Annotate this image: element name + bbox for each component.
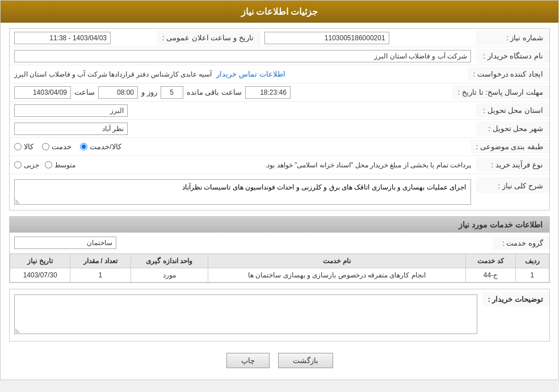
province-row: استان محل تحویل : (10, 102, 549, 120)
table-header-row: ردیف کد خدمت نام خدمت واحد اندازه گیری ت… (10, 254, 549, 268)
main-info-section: شماره نیاز : تاریخ و ساعت اعلان عمومی : … (9, 28, 550, 210)
buyer-notes-row: توضیحات خریدار : (10, 289, 549, 341)
col-service-code: کد خدمت (466, 254, 515, 268)
process-label: نوع فرآیند خرید : (476, 158, 549, 172)
process-note: پرداخت تمام یا بخشی از مبلغ خریدار محل "… (81, 161, 471, 169)
category-khidmat[interactable]: خدمت (42, 142, 72, 151)
service-group-label: گروه خدمت : (493, 237, 549, 250)
services-table: ردیف کد خدمت نام خدمت واحد اندازه گیری ت… (10, 254, 549, 283)
services-title: اطلاعات خدمات مورد نیاز (10, 217, 549, 233)
creator-link[interactable]: اطلاعات تماس خریدار (216, 70, 285, 78)
deadline-date-input[interactable] (14, 86, 71, 99)
creator-name: آسیه عابدی کارشناس دفتر قراردادها شرکت آ… (14, 70, 212, 78)
category-khidmat-label: خدمت (52, 142, 72, 151)
deadline-time-input[interactable] (98, 86, 138, 99)
category-label: طبقه بندی موضوعی : (470, 140, 549, 154)
category-kala[interactable]: کالا (14, 142, 33, 151)
process-jozii[interactable]: جزیی (14, 161, 39, 169)
city-row: شهر محل تحویل : (10, 120, 549, 138)
buyer-notes-label: توضیحات خریدار : (482, 292, 549, 306)
service-group-input[interactable] (14, 237, 116, 249)
process-jozii-radio[interactable] (14, 161, 22, 168)
table-row: 1 ج-44 انجام کارهای متفرقه درخصوص بازساز… (10, 268, 549, 283)
cell-unit: مورد (131, 268, 208, 283)
deadline-row: مهلت ارسال پاسخ: تا تاریخ : ساعت باقی ما… (10, 83, 549, 102)
need-desc-label: شرح کلی نیاز : (476, 177, 549, 193)
announce-date-input[interactable] (14, 32, 111, 44)
cell-date: 1403/07/30 (10, 268, 70, 283)
need-number-input[interactable] (264, 32, 389, 44)
cell-row-num: 1 (515, 268, 549, 283)
col-service-name: نام خدمت (208, 254, 466, 268)
page-title: جزئیات اطلاعات نیاز (241, 7, 318, 16)
buyer-org-input[interactable] (14, 50, 471, 62)
buttons-row: بازگشت چاپ (9, 347, 550, 374)
province-input[interactable] (14, 104, 128, 117)
service-group-row: گروه خدمت : (10, 233, 549, 254)
col-unit: واحد اندازه گیری (131, 254, 208, 268)
page-header: جزئیات اطلاعات نیاز (1, 1, 558, 23)
print-button[interactable]: چاپ (226, 353, 270, 368)
process-mutavasset[interactable]: متوسط (45, 161, 75, 169)
remaining-label: ساعت باقی مانده (187, 88, 242, 96)
cell-quantity: 1 (70, 268, 131, 283)
category-row: طبقه بندی موضوعی : کالا/خدمت خدمت کالا (10, 138, 549, 156)
need-desc-textarea[interactable]: اجرای عملیات بهسازی و بازسازی اتاقک های … (14, 179, 471, 205)
col-date: تاریخ نیاز (10, 254, 70, 268)
cell-service-name: انجام کارهای متفرقه درخصوص بازسازی و بهس… (208, 268, 466, 283)
buyer-notes-textarea[interactable] (14, 294, 477, 334)
services-section: اطلاعات خدمات مورد نیاز گروه خدمت : ردیف… (9, 216, 550, 283)
buyer-org-value (10, 48, 476, 65)
process-row: نوع فرآیند خرید : پرداخت تمام یا بخشی از… (10, 156, 549, 174)
cell-service-code: ج-44 (466, 268, 515, 283)
creator-label: ایجاد کننده درخواست : (468, 67, 549, 81)
province-label: استان محل تحویل : (476, 103, 549, 117)
process-jozii-label: جزیی (24, 161, 39, 169)
creator-row: ایجاد کننده درخواست : اطلاعات تماس خریدا… (10, 65, 549, 83)
col-row-num: ردیف (515, 254, 549, 268)
process-mutavasset-label: متوسط (54, 161, 75, 169)
deadline-time-label: ساعت (74, 88, 95, 96)
city-input[interactable] (14, 123, 128, 135)
back-button[interactable]: بازگشت (278, 353, 333, 368)
deadline-label: مهلت ارسال پاسخ: تا تاریخ : (452, 85, 549, 99)
category-kala-radio[interactable] (14, 143, 22, 150)
need-number-row: شماره نیاز : تاریخ و ساعت اعلان عمومی : (10, 29, 549, 47)
category-khidmat-radio[interactable] (42, 143, 49, 150)
category-kala-khidmat-radio[interactable] (80, 143, 87, 150)
need-number-label: شماره نیاز : (476, 31, 549, 45)
category-kala-khidmat-label: کالا/خدمت (90, 142, 121, 151)
remaining-time-input[interactable] (245, 86, 291, 99)
process-mutavasset-radio[interactable] (45, 161, 52, 168)
buyer-org-row: نام دستگاه خریدار : (10, 47, 549, 65)
days-count-input[interactable] (161, 86, 183, 99)
city-label: شهر محل تحویل : (476, 121, 549, 136)
category-kala-khidmat[interactable]: کالا/خدمت (80, 142, 121, 151)
need-desc-row: شرح کلی نیاز : اجرای عملیات بهسازی و باز… (10, 174, 549, 210)
category-kala-label: کالا (24, 142, 33, 151)
col-quantity: تعداد / مقدار (70, 254, 131, 268)
buyer-org-label: نام دستگاه خریدار : (476, 49, 549, 63)
announce-date-label: تاریخ و ساعت اعلان عمومی : (157, 31, 260, 45)
buyer-notes-section: توضیحات خریدار : (9, 289, 550, 342)
days-label: روز و (141, 88, 157, 96)
